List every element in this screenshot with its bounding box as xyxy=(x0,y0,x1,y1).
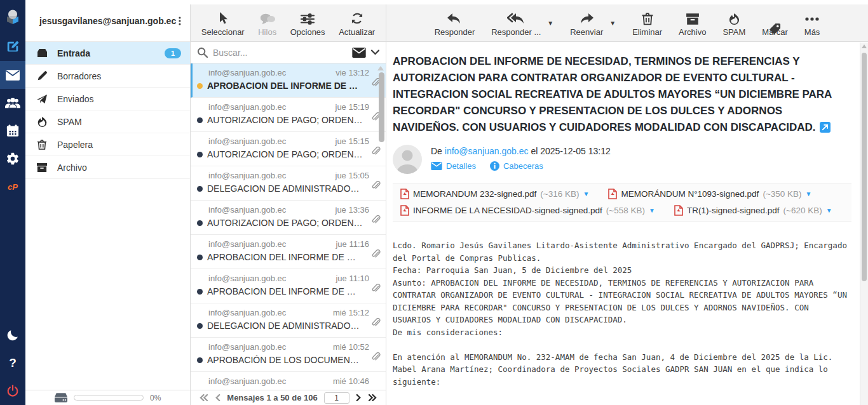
search-scope-mail-icon[interactable] xyxy=(352,48,366,58)
details-link[interactable]: Detalles xyxy=(431,161,476,171)
attachment-size: (~558 KB) xyxy=(606,206,645,215)
message-row[interactable]: info@sanjuan.gob.ecvie 13:12 APROBACION … xyxy=(191,63,386,98)
mail-icon xyxy=(6,70,20,81)
message-row[interactable]: info@sanjuan.gob.ecmié 10:52 APROBACIÓN … xyxy=(191,338,386,372)
app-rail: cP ? xyxy=(0,0,25,405)
open-in-new-window-icon[interactable] xyxy=(820,122,831,133)
page-number-input[interactable] xyxy=(324,392,349,404)
list-scrollbar[interactable] xyxy=(379,72,384,142)
attachment-icon xyxy=(371,352,381,365)
power-icon xyxy=(6,384,20,398)
reply-all-button[interactable]: Responder ... xyxy=(491,13,541,37)
reading-scrollbar[interactable] xyxy=(860,43,868,405)
refresh-button[interactable]: Actualizar xyxy=(339,11,375,37)
message-row[interactable]: info@sanjuan.gob.ecjue 15:19 AUTORIZACIO… xyxy=(191,98,386,132)
select-button[interactable]: Seleccionar xyxy=(201,11,245,37)
sender-email-link[interactable]: info@sanjuan.gob.ec xyxy=(445,146,529,156)
rail-mail-button[interactable] xyxy=(0,61,25,89)
attachment-name[interactable]: MEMORANDUM 232-signed.pdf xyxy=(413,189,536,199)
attachment-size: (~350 KB) xyxy=(763,189,801,199)
prev-page-button[interactable] xyxy=(215,394,220,401)
message-row[interactable]: info@sanjuan.gob.ecjue 15:15 AUTORIZACIO… xyxy=(191,132,386,166)
search-options-chevron-icon[interactable] xyxy=(371,50,379,55)
flag-dot xyxy=(197,83,203,89)
fire-icon xyxy=(36,116,48,128)
reply-all-menu-caret[interactable]: ▼ xyxy=(547,20,553,27)
pdf-file-icon xyxy=(400,205,409,216)
threads-button[interactable]: Hilos xyxy=(258,13,276,37)
folder-spam[interactable]: SPAM xyxy=(25,110,190,133)
message-row[interactable]: info@sanjuan.gob.ecjue 15:05 DELEGACION … xyxy=(191,166,386,201)
account-menu[interactable]: jesusgavilanes@sanjuan.gob.ec xyxy=(25,0,190,42)
rail-contacts-button[interactable] xyxy=(0,89,25,117)
message-row[interactable]: info@sanjuan.gob.ecmié 10:46 xyxy=(191,372,386,390)
forward-menu-caret[interactable]: ▼ xyxy=(609,20,616,27)
info-icon xyxy=(490,161,499,171)
search-input[interactable] xyxy=(213,48,347,58)
list-toolbar: Seleccionar Hilos Opciones Actualizar xyxy=(191,0,386,42)
pdf-file-icon xyxy=(674,205,683,216)
folder-enviados[interactable]: Enviados xyxy=(25,88,190,110)
scroll-thumb[interactable] xyxy=(862,53,867,281)
dark-mode-button[interactable] xyxy=(0,321,25,349)
folder-papelera[interactable]: Papelera xyxy=(25,133,190,156)
reply-button[interactable]: Responder xyxy=(435,13,475,37)
last-page-button[interactable] xyxy=(368,394,377,401)
logout-button[interactable] xyxy=(0,377,25,405)
threads-icon xyxy=(259,13,276,25)
trash-icon xyxy=(641,12,654,25)
forward-icon xyxy=(579,13,594,25)
mark-button[interactable]: Marcar xyxy=(762,22,787,37)
attachment-name[interactable]: MEMORÁNDUM N°1093-signed.pdf xyxy=(621,189,759,199)
attachment-menu-caret[interactable]: ▼ xyxy=(583,190,590,197)
options-button[interactable]: Opciones xyxy=(290,13,325,37)
pdf-file-icon xyxy=(400,189,409,199)
webmail-app: cP ? jesusgavilanes@sanjuan.gob.ec Entra… xyxy=(0,0,868,405)
help-button[interactable]: ? xyxy=(0,349,25,377)
sender-avatar xyxy=(393,145,422,174)
message-body: Lcdo. Romario Jesús Gavilanes Litardo-As… xyxy=(393,239,851,388)
archive-icon xyxy=(36,161,48,174)
spam-button[interactable]: SPAM xyxy=(722,13,745,37)
scroll-up-arrow[interactable] xyxy=(862,44,867,48)
attachment-menu-caret[interactable]: ▼ xyxy=(649,207,655,214)
more-button[interactable]: Más xyxy=(804,13,820,37)
message-list-column: Seleccionar Hilos Opciones Actualizar xyxy=(191,0,386,405)
attachments-box: MEMORANDUM 232-signed.pdf (~316 KB) ▼ ME… xyxy=(393,183,851,222)
rail-calendar-button[interactable] xyxy=(0,117,25,145)
attachment-name[interactable]: TR(1)-signed-signed.pdf xyxy=(687,206,780,215)
inbox-icon xyxy=(36,47,48,60)
headers-link[interactable]: Cabeceras xyxy=(490,161,543,171)
next-page-button[interactable] xyxy=(356,394,362,401)
attachment-icon xyxy=(371,318,381,331)
archive-button[interactable]: Archivo xyxy=(679,13,706,37)
attachment-item: INFORME DE LA NECESIDAD-signed-signed.pd… xyxy=(400,205,655,216)
forward-button[interactable]: Reenviar xyxy=(570,13,603,37)
message-list: info@sanjuan.gob.ecvie 13:12 APROBACION … xyxy=(191,63,386,390)
send-icon xyxy=(36,93,48,105)
quota-percent: 0% xyxy=(150,394,161,402)
message-row[interactable]: info@sanjuan.gob.ecmié 15:12 DELEGACION … xyxy=(191,303,386,338)
fire-icon xyxy=(728,13,740,25)
cursor-icon xyxy=(217,11,229,25)
unread-dot xyxy=(197,323,203,329)
rail-settings-button[interactable] xyxy=(0,145,25,173)
attachment-name[interactable]: INFORME DE LA NECESIDAD-signed-signed.pd… xyxy=(413,206,602,215)
kebab-menu-icon[interactable] xyxy=(176,15,184,27)
compose-button[interactable] xyxy=(0,33,25,61)
list-scroll-up-arrow[interactable] xyxy=(377,66,384,70)
message-row[interactable]: info@sanjuan.gob.ecjue 13:36 AUTORIZACIO… xyxy=(191,201,386,235)
delete-button[interactable]: Eliminar xyxy=(632,12,662,37)
attachment-menu-caret[interactable]: ▼ xyxy=(806,190,812,197)
message-row[interactable]: info@sanjuan.gob.ecjue 11:16 APROBACION … xyxy=(191,235,386,269)
reading-pane: Responder Responder ... ▼ Reenviar ▼ Eli… xyxy=(386,0,868,405)
unread-dot xyxy=(197,289,203,295)
cpanel-button[interactable]: cP xyxy=(0,173,25,201)
folder-borradores[interactable]: Borradores xyxy=(25,65,190,88)
message-row[interactable]: info@sanjuan.gob.ecjue 11:10 APROBACION … xyxy=(191,269,386,303)
first-page-button[interactable] xyxy=(199,394,208,401)
folder-entrada[interactable]: Entrada 1 xyxy=(25,42,190,65)
folder-archivo[interactable]: Archivo xyxy=(25,156,190,179)
attachment-menu-caret[interactable]: ▼ xyxy=(826,207,832,214)
account-email: jesusgavilanes@sanjuan.gob.ec xyxy=(39,16,176,26)
